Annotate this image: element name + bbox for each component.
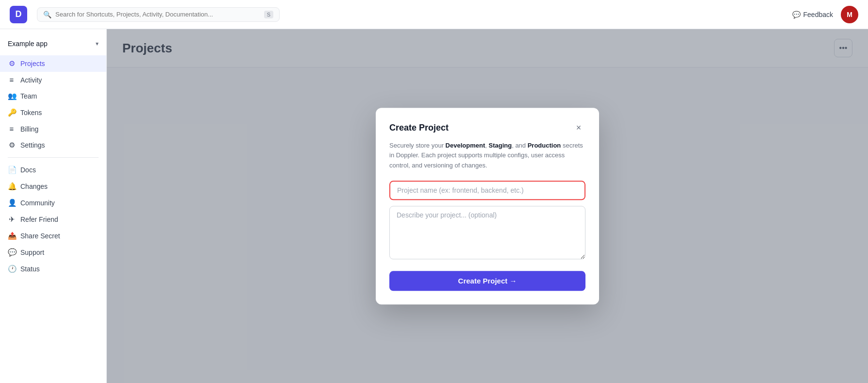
modal-title: Create Project: [389, 123, 449, 133]
settings-icon: ⚙: [8, 141, 16, 150]
sidebar-item-share[interactable]: 📤 Share Secret: [0, 228, 106, 244]
topnav: D 🔍 S 💬 Feedback M: [0, 0, 868, 29]
search-icon: 🔍: [43, 11, 51, 18]
support-icon: 💬: [8, 248, 16, 257]
sidebar-item-label: Tokens: [20, 109, 42, 117]
refer-icon: ✈: [8, 215, 16, 224]
sidebar-item-label: Settings: [20, 141, 45, 149]
projects-icon: ⚙: [8, 59, 16, 68]
tokens-icon: 🔑: [8, 108, 16, 117]
layout: Example app ▾ ⚙ Projects ≡ Activity 👥 Te…: [0, 29, 868, 383]
status-icon: 🕐: [8, 265, 16, 273]
modal-desc-staging: Staging: [488, 142, 512, 149]
sidebar-item-label: Community: [20, 199, 55, 207]
changes-icon: 🔔: [8, 182, 16, 191]
sidebar-item-changes[interactable]: 🔔 Changes: [0, 178, 106, 195]
modal-description: Securely store your Development, Staging…: [389, 141, 585, 171]
sidebar-item-support[interactable]: 💬 Support: [0, 244, 106, 261]
modal-desc-prod: Production: [528, 142, 561, 149]
avatar[interactable]: M: [841, 6, 858, 23]
create-project-modal: Create Project × Securely store your Dev…: [376, 108, 599, 304]
project-description-input[interactable]: [389, 206, 585, 259]
team-icon: 👥: [8, 92, 16, 100]
activity-icon: ≡: [8, 76, 16, 84]
sidebar-item-label: Share Secret: [20, 232, 60, 240]
logo[interactable]: D: [10, 6, 27, 23]
sidebar-item-activity[interactable]: ≡ Activity: [0, 72, 106, 88]
community-icon: 👤: [8, 199, 16, 207]
billing-icon: ≡: [8, 125, 16, 133]
modal-desc-dev: Development: [446, 142, 485, 149]
feedback-icon: 💬: [792, 11, 801, 18]
sidebar-item-label: Projects: [20, 60, 45, 67]
sidebar-item-label: Docs: [20, 166, 36, 174]
sidebar-item-team[interactable]: 👥 Team: [0, 88, 106, 104]
search-kbd: S: [264, 11, 273, 18]
feedback-label: Feedback: [803, 11, 833, 18]
create-project-submit-button[interactable]: Create Project →: [389, 271, 585, 291]
search-bar[interactable]: 🔍 S: [37, 7, 280, 22]
sidebar-item-label: Support: [20, 249, 44, 256]
sidebar-item-label: Refer Friend: [20, 216, 58, 223]
workspace-selector[interactable]: Example app ▾: [0, 37, 106, 55]
share-icon: 📤: [8, 232, 16, 240]
sidebar-item-community[interactable]: 👤 Community: [0, 195, 106, 211]
search-input[interactable]: [55, 11, 260, 18]
sidebar-divider: [8, 157, 99, 158]
project-name-input[interactable]: [389, 181, 585, 200]
feedback-button[interactable]: 💬 Feedback: [792, 11, 833, 18]
sidebar-item-label: Status: [20, 265, 40, 273]
sidebar-item-tokens[interactable]: 🔑 Tokens: [0, 104, 106, 121]
sidebar-item-status[interactable]: 🕐 Status: [0, 261, 106, 277]
main-content: Projects ••• Create a Project Manage you…: [107, 29, 868, 383]
modal-close-button[interactable]: ×: [572, 121, 585, 135]
chevron-down-icon: ▾: [96, 40, 99, 47]
sidebar-item-label: Changes: [20, 183, 48, 190]
sidebar: Example app ▾ ⚙ Projects ≡ Activity 👥 Te…: [0, 29, 107, 383]
sidebar-item-label: Billing: [20, 125, 38, 133]
sidebar-primary-section: ⚙ Projects ≡ Activity 👥 Team 🔑 Tokens ≡ …: [0, 55, 106, 153]
sidebar-item-docs[interactable]: 📄 Docs: [0, 162, 106, 178]
sidebar-item-settings[interactable]: ⚙ Settings: [0, 137, 106, 153]
docs-icon: 📄: [8, 166, 16, 174]
sidebar-item-billing[interactable]: ≡ Billing: [0, 121, 106, 137]
workspace-name: Example app: [8, 40, 48, 48]
sidebar-item-refer[interactable]: ✈ Refer Friend: [0, 211, 106, 228]
sidebar-item-label: Activity: [20, 76, 42, 84]
sidebar-secondary-section: 📄 Docs 🔔 Changes 👤 Community ✈ Refer Fri…: [0, 162, 106, 277]
nav-right: 💬 Feedback M: [792, 6, 858, 23]
sidebar-item-label: Team: [20, 92, 37, 100]
modal-header: Create Project ×: [389, 121, 585, 135]
sidebar-item-projects[interactable]: ⚙ Projects: [0, 55, 106, 72]
